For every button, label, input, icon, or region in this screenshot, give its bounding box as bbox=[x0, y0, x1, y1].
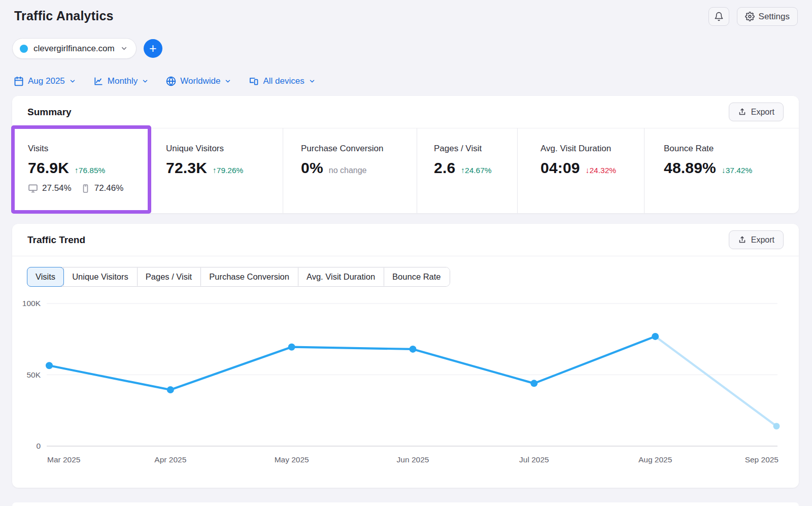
devices-icon bbox=[249, 76, 259, 86]
metric-label: Pages / Visit bbox=[434, 144, 517, 154]
chart-point-jul-2025[interactable] bbox=[530, 380, 537, 387]
tab-avg-visit-duration[interactable]: Avg. Visit Duration bbox=[298, 267, 384, 286]
export-icon bbox=[738, 235, 747, 244]
metric-label: Bounce Rate bbox=[664, 144, 799, 154]
chart-point-may-2025[interactable] bbox=[288, 344, 295, 351]
metric-value: 0% bbox=[301, 159, 323, 177]
traffic-trend-chart: 050K100KMar 2025Apr 2025May 2025Jun 2025… bbox=[12, 291, 799, 468]
trend-icon bbox=[93, 76, 104, 86]
summary-export-button[interactable]: Export bbox=[729, 103, 784, 121]
chart-point-jun-2025[interactable] bbox=[410, 346, 417, 353]
filter-row: Aug 2025 Monthly Worldwide bbox=[0, 59, 812, 86]
chevron-down-icon bbox=[224, 78, 231, 85]
traffic-trend-header: Traffic Trend Export bbox=[12, 224, 799, 256]
tab-visits[interactable]: Visits bbox=[27, 267, 64, 287]
next-card-partial bbox=[12, 502, 799, 506]
granularity-filter-label: Monthly bbox=[108, 76, 138, 86]
desktop-icon bbox=[28, 183, 38, 193]
settings-label: Settings bbox=[759, 12, 790, 22]
region-filter-label: Worldwide bbox=[180, 76, 220, 86]
settings-button[interactable]: Settings bbox=[737, 7, 798, 26]
traffic-trend-export-button[interactable]: Export bbox=[729, 230, 784, 249]
top-header: Traffic Analytics Settings bbox=[0, 0, 812, 26]
export-label: Export bbox=[751, 108, 774, 117]
x-axis-label: Jul 2025 bbox=[519, 455, 549, 464]
domain-selector[interactable]: clevergirlfinance.com bbox=[12, 38, 137, 59]
devices-filter-label: All devices bbox=[263, 76, 304, 86]
metric-avg-visit-duration: Avg. Visit Duration 04:09 ↓24.32% bbox=[517, 128, 644, 213]
metric-pages-per-visit: Pages / Visit 2.6 ↑24.67% bbox=[417, 128, 517, 213]
summary-metrics-row: Visits 76.9K ↑76.85% 27.54% bbox=[12, 128, 799, 213]
gear-icon bbox=[745, 12, 755, 21]
desktop-share: 27.54% bbox=[42, 183, 72, 193]
y-axis-label: 0 bbox=[36, 442, 41, 450]
x-axis-label: Aug 2025 bbox=[638, 455, 672, 464]
export-label: Export bbox=[751, 235, 774, 245]
metric-tabs: VisitsUnique VisitorsPages / VisitPurcha… bbox=[27, 267, 450, 287]
tab-unique-visitors[interactable]: Unique Visitors bbox=[63, 267, 137, 286]
metric-label: Avg. Visit Duration bbox=[540, 144, 644, 154]
chart-point-mar-2025[interactable] bbox=[46, 362, 53, 369]
metric-label: Unique Visitors bbox=[166, 144, 283, 154]
summary-title: Summary bbox=[27, 107, 72, 118]
metric-delta: no change bbox=[329, 166, 367, 175]
x-axis-label: Sep 2025 bbox=[745, 455, 779, 464]
add-domain-button[interactable]: + bbox=[144, 39, 162, 58]
bell-icon bbox=[714, 12, 724, 21]
x-axis-label: Jun 2025 bbox=[397, 455, 429, 464]
x-axis-label: Apr 2025 bbox=[154, 455, 186, 464]
devices-filter[interactable]: All devices bbox=[249, 76, 315, 86]
summary-header: Summary Export bbox=[12, 96, 799, 128]
page-title: Traffic Analytics bbox=[14, 7, 114, 23]
chart-point-sep-2025[interactable] bbox=[773, 423, 780, 429]
metric-value: 48.89% bbox=[664, 159, 716, 177]
mobile-share: 72.46% bbox=[94, 183, 124, 193]
y-axis-label: 100K bbox=[22, 299, 41, 308]
notifications-button[interactable] bbox=[708, 7, 729, 26]
traffic-trend-title: Traffic Trend bbox=[27, 234, 85, 246]
traffic-trend-card: Traffic Trend Export VisitsUnique Visito… bbox=[12, 224, 799, 488]
summary-card: Summary Export Visits 76.9K ↑76.85% bbox=[12, 96, 799, 213]
chevron-down-icon bbox=[69, 78, 76, 85]
tab-purchase-conversion[interactable]: Purchase Conversion bbox=[200, 267, 298, 286]
metric-value: 2.6 bbox=[434, 159, 455, 177]
visits-line-projected bbox=[655, 336, 776, 426]
header-actions: Settings bbox=[708, 7, 798, 26]
metric-delta: ↓37.42% bbox=[722, 166, 752, 175]
metric-purchase-conversion: Purchase Conversion 0% no change bbox=[283, 128, 417, 213]
metric-delta: ↑24.67% bbox=[461, 166, 491, 175]
metric-value: 76.9K bbox=[28, 159, 69, 177]
metric-label: Visits bbox=[28, 144, 152, 154]
chart-point-apr-2025[interactable] bbox=[167, 386, 174, 393]
domain-name: clevergirlfinance.com bbox=[33, 44, 115, 54]
chart-point-aug-2025[interactable] bbox=[652, 333, 659, 340]
chevron-down-icon bbox=[309, 78, 316, 85]
calendar-icon bbox=[14, 76, 24, 86]
metric-value: 04:09 bbox=[540, 159, 580, 177]
y-axis-label: 50K bbox=[26, 370, 41, 379]
mobile-icon bbox=[81, 184, 90, 193]
visits-line bbox=[49, 336, 655, 390]
metric-delta: ↓24.32% bbox=[586, 166, 616, 175]
metric-visits: Visits 76.9K ↑76.85% 27.54% bbox=[12, 128, 152, 213]
metric-label: Purchase Conversion bbox=[301, 144, 417, 154]
region-filter[interactable]: Worldwide bbox=[166, 76, 231, 86]
date-filter-label: Aug 2025 bbox=[28, 76, 65, 86]
date-filter[interactable]: Aug 2025 bbox=[14, 76, 76, 86]
x-axis-label: Mar 2025 bbox=[47, 455, 80, 464]
metric-delta: ↑76.85% bbox=[75, 166, 105, 175]
domain-color-dot bbox=[20, 45, 28, 53]
metric-value: 72.3K bbox=[166, 159, 207, 177]
x-axis-label: May 2025 bbox=[275, 455, 309, 464]
metric-bounce-rate: Bounce Rate 48.89% ↓37.42% bbox=[644, 128, 799, 213]
chevron-down-icon bbox=[120, 45, 128, 52]
metric-unique-visitors: Unique Visitors 72.3K ↑79.26% bbox=[152, 128, 283, 213]
export-icon bbox=[738, 108, 747, 116]
chevron-down-icon bbox=[142, 78, 149, 85]
metric-delta: ↑79.26% bbox=[213, 166, 243, 175]
domain-row: clevergirlfinance.com + bbox=[0, 26, 812, 59]
visits-device-split: 27.54% 72.46% bbox=[28, 183, 152, 193]
granularity-filter[interactable]: Monthly bbox=[93, 76, 149, 86]
tab-bounce-rate[interactable]: Bounce Rate bbox=[384, 267, 449, 286]
tab-pages-visit[interactable]: Pages / Visit bbox=[137, 267, 200, 286]
